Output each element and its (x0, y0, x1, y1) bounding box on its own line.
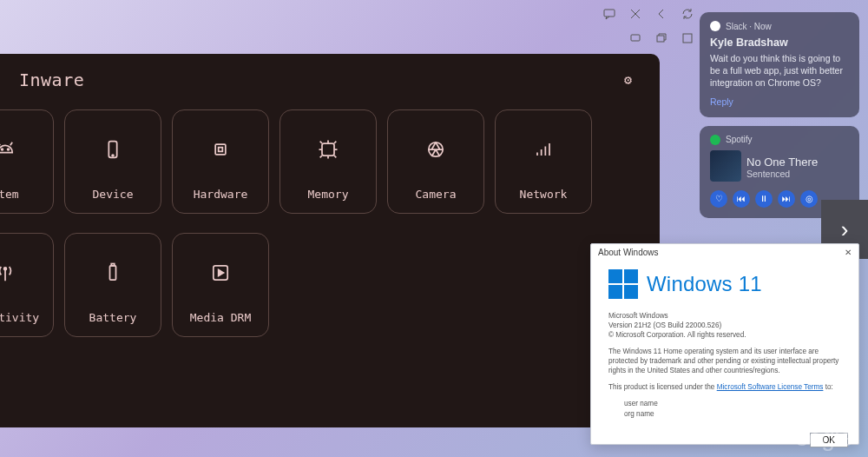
notification-slack[interactable]: Slack · Now Kyle Bradshaw Wait do you th… (700, 12, 859, 117)
svg-rect-2 (657, 36, 664, 42)
phone-icon (101, 110, 125, 188)
memory-icon (316, 110, 340, 188)
tile-media-drm[interactable]: Media DRM (172, 233, 269, 337)
notification-body: Wait do you think this is going to be a … (710, 52, 849, 89)
licensed-user: user name (624, 400, 658, 407)
close-icon[interactable] (628, 7, 642, 21)
antenna-icon (0, 234, 17, 311)
pause-button[interactable]: ⏸ (755, 190, 773, 208)
slack-icon (710, 21, 720, 31)
reply-button[interactable]: Reply (710, 96, 849, 107)
aperture-icon (424, 110, 448, 188)
tile-battery[interactable]: Battery (64, 233, 161, 337)
about-line: Version 21H2 (OS Build 22000.526) (608, 321, 721, 329)
svg-rect-10 (322, 143, 334, 156)
chevron-right-icon: › (841, 216, 849, 243)
svg-point-7 (112, 155, 114, 156)
battery-icon (101, 234, 125, 311)
tile-label: Device (93, 188, 134, 201)
notification-sender: Kyle Bradshaw (710, 36, 849, 49)
chat-icon[interactable] (602, 7, 616, 21)
tile-nnectivity[interactable]: nnectivity (0, 233, 54, 337)
tile-label: Media DRM (190, 311, 251, 324)
tile-memory[interactable]: Memory (279, 109, 377, 214)
notification-stack: Slack · Now Kyle Bradshaw Wait do you th… (700, 12, 859, 218)
tablet-icon[interactable] (628, 31, 642, 45)
cast-button[interactable]: ◎ (800, 190, 818, 208)
notification-source: Slack · Now (726, 22, 772, 31)
about-line: Microsoft Windows (608, 312, 668, 320)
track-title: No One There (746, 156, 818, 169)
svg-rect-13 (110, 265, 116, 279)
svg-rect-9 (219, 147, 223, 151)
gear-icon[interactable]: ⚙ (624, 72, 632, 88)
windows-brand: Windows 11 (647, 272, 762, 296)
tile-label: Camera (416, 188, 457, 201)
svg-rect-14 (111, 263, 115, 265)
about-paragraph: The Windows 11 Home operating system and… (608, 347, 841, 375)
svg-rect-3 (683, 34, 692, 43)
tile-network[interactable]: Network (495, 109, 592, 214)
like-button[interactable]: ♡ (710, 190, 727, 208)
inware-title: Inware (19, 70, 84, 90)
next-button[interactable]: ⏭ (778, 190, 795, 208)
watermark-text: oogle (795, 424, 852, 452)
tile-camera[interactable]: Camera (387, 109, 484, 214)
svg-rect-1 (631, 35, 640, 41)
album-art (710, 150, 741, 182)
svg-point-12 (4, 267, 7, 269)
tile-label: Hardware (194, 188, 248, 201)
windows-logo-icon (608, 269, 638, 299)
svg-rect-8 (215, 144, 226, 155)
inware-app-panel: Inware ⚙ stemDeviceHardwareMemoryCameraN… (0, 54, 660, 427)
license-link[interactable]: Microsoft Software License Terms (717, 383, 824, 391)
track-artist: Sentenced (746, 169, 818, 179)
tile-label: Battery (89, 311, 137, 324)
chip-icon (208, 110, 233, 188)
signal-icon (531, 110, 556, 188)
spotify-icon (710, 135, 720, 145)
tile-label: Memory (308, 188, 349, 201)
svg-rect-0 (604, 10, 615, 17)
license-line: This product is licensed under the Micro… (608, 382, 841, 392)
sync-icon[interactable] (681, 7, 694, 21)
prev-button[interactable]: ⏮ (733, 190, 750, 208)
app-window-controls (602, 7, 694, 21)
tile-label: nnectivity (0, 311, 39, 324)
tile-label: Network (520, 188, 568, 201)
android-icon (0, 110, 17, 188)
restore-icon[interactable] (654, 31, 668, 45)
tile-label: stem (0, 188, 19, 201)
dialog-title: About Windows (598, 248, 658, 257)
notification-source: Spotify (726, 135, 753, 144)
tile-device[interactable]: Device (64, 109, 161, 214)
tile-hardware[interactable]: Hardware (172, 109, 269, 214)
svg-point-4 (2, 149, 3, 150)
tile-stem[interactable]: stem (0, 109, 54, 214)
about-windows-dialog: About Windows ✕ Windows 11 Microsoft Win… (590, 243, 859, 445)
close-icon[interactable]: ✕ (845, 248, 852, 257)
play-box-icon (208, 234, 233, 311)
maximize-icon[interactable] (681, 31, 694, 45)
about-line: © Microsoft Corporation. All rights rese… (608, 331, 746, 339)
licensed-org: org name (624, 410, 654, 418)
back-icon[interactable] (654, 7, 668, 21)
svg-point-5 (8, 149, 10, 150)
